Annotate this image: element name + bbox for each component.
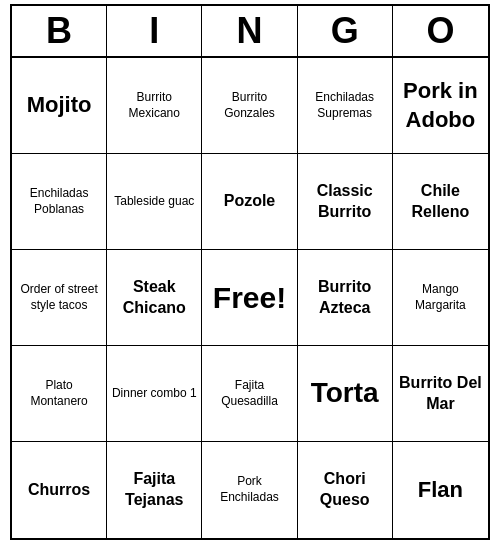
header-letter: O — [393, 6, 488, 56]
bingo-cell: Burrito Mexicano — [107, 58, 202, 154]
bingo-header: BINGO — [12, 6, 488, 58]
bingo-cell: Flan — [393, 442, 488, 538]
bingo-cell: Churros — [12, 442, 107, 538]
bingo-cell: Chile Relleno — [393, 154, 488, 250]
header-letter: G — [298, 6, 393, 56]
bingo-cell: Steak Chicano — [107, 250, 202, 346]
header-letter: B — [12, 6, 107, 56]
header-letter: I — [107, 6, 202, 56]
bingo-card: BINGO MojitoBurrito MexicanoBurrito Gonz… — [10, 4, 490, 540]
bingo-cell: Pozole — [202, 154, 297, 250]
bingo-cell: Classic Burrito — [298, 154, 393, 250]
bingo-grid: MojitoBurrito MexicanoBurrito GonzalesEn… — [12, 58, 488, 538]
header-letter: N — [202, 6, 297, 56]
bingo-cell: Free! — [202, 250, 297, 346]
bingo-cell: Fajita Tejanas — [107, 442, 202, 538]
bingo-cell: Torta — [298, 346, 393, 442]
bingo-cell: Tableside guac — [107, 154, 202, 250]
bingo-cell: Burrito Del Mar — [393, 346, 488, 442]
bingo-cell: Enchiladas Poblanas — [12, 154, 107, 250]
bingo-cell: Burrito Gonzales — [202, 58, 297, 154]
bingo-cell: Pork Enchiladas — [202, 442, 297, 538]
bingo-cell: Pork in Adobo — [393, 58, 488, 154]
bingo-cell: Dinner combo 1 — [107, 346, 202, 442]
bingo-cell: Order of street style tacos — [12, 250, 107, 346]
bingo-cell: Plato Montanero — [12, 346, 107, 442]
bingo-cell: Mojito — [12, 58, 107, 154]
bingo-cell: Chori Queso — [298, 442, 393, 538]
bingo-cell: Fajita Quesadilla — [202, 346, 297, 442]
bingo-cell: Enchiladas Supremas — [298, 58, 393, 154]
bingo-cell: Burrito Azteca — [298, 250, 393, 346]
bingo-cell: Mango Margarita — [393, 250, 488, 346]
